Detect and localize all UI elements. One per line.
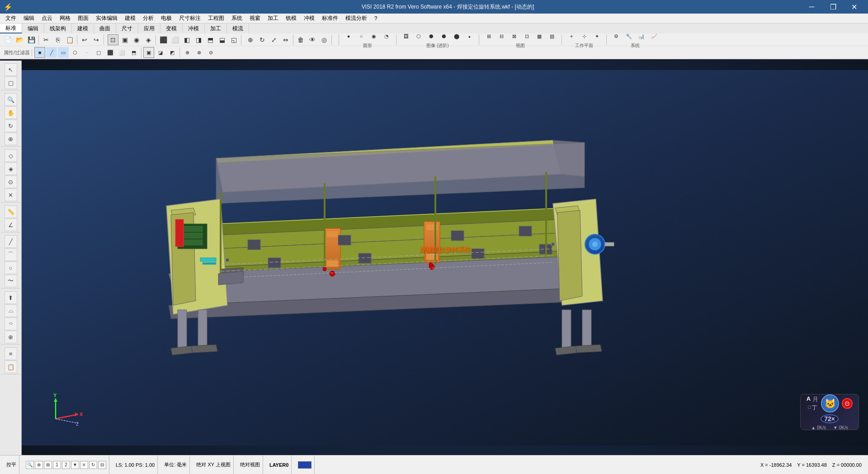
menu-electrode[interactable]: 电极 (157, 14, 175, 23)
menu-help[interactable]: ? (371, 14, 381, 23)
pan-btn[interactable]: ✋ (5, 106, 17, 119)
tab-machining[interactable]: 加工 (205, 24, 227, 33)
cube-top-btn[interactable]: ⬒ (205, 34, 216, 45)
render1-btn[interactable]: ▣ (143, 47, 154, 58)
prop-btn[interactable]: 📋 (5, 360, 17, 373)
tab-edit[interactable]: 编辑 (22, 24, 44, 33)
status-icon-search[interactable]: 🔍 (26, 461, 34, 469)
menu-standard[interactable]: 标准件 (318, 14, 342, 23)
wireframe-btn[interactable]: ⊡ (108, 34, 118, 45)
img-btn4[interactable]: ⬣ (439, 31, 449, 42)
snap-mid-btn[interactable]: ◈ (5, 162, 17, 175)
tab-stamping[interactable]: 冲模 (183, 24, 205, 33)
view-cube-t-btn[interactable]: ⬒ (128, 47, 139, 58)
menu-machining[interactable]: 加工 (264, 14, 282, 23)
boolean-btn[interactable]: ⊕ (5, 331, 17, 343)
menu-milling[interactable]: 铣模 (282, 14, 300, 23)
paste-button[interactable]: 📋 (64, 34, 75, 45)
status-icon-2[interactable]: 2 (62, 461, 70, 469)
menu-modeling[interactable]: 建模 (121, 14, 139, 23)
menu-edit[interactable]: 编辑 (20, 14, 38, 23)
menu-system[interactable]: 系统 (228, 14, 246, 23)
cube-back-btn[interactable]: ⬜ (170, 34, 180, 45)
cube-front-btn[interactable]: ⬛ (158, 34, 169, 45)
cube-right-btn[interactable]: ◨ (193, 34, 204, 45)
tab-dimension[interactable]: 尺寸 (116, 24, 138, 33)
status-icon-1[interactable]: 1 (53, 461, 61, 469)
measure-btn[interactable]: 📏 (5, 205, 17, 218)
snap3-btn[interactable]: ⊘ (205, 47, 216, 58)
menu-stamping[interactable]: 冲模 (300, 14, 318, 23)
view-btn6[interactable]: ▧ (547, 31, 557, 42)
snap-end-btn[interactable]: ◇ (5, 149, 17, 162)
status-icon-snap[interactable]: ⊕ (35, 461, 43, 469)
chamfer-btn[interactable]: ⌔ (5, 318, 17, 330)
wp-btn2[interactable]: ⊹ (579, 31, 590, 42)
arc-btn[interactable]: ⌒ (5, 248, 17, 261)
mirror-btn[interactable]: ⇔ (280, 34, 291, 45)
select-btn[interactable]: ↖ (5, 63, 17, 76)
shaded-wire-btn[interactable]: ◈ (143, 34, 154, 45)
snap2-btn[interactable]: ⊗ (193, 47, 204, 58)
menu-solid[interactable]: 实体编辑 (92, 14, 121, 23)
render3-btn[interactable]: ◩ (167, 47, 178, 58)
status-icon-filter[interactable]: ▼ (71, 461, 79, 469)
wp-btn3[interactable]: ✦ (591, 31, 602, 42)
shaded-btn[interactable]: ◉ (131, 34, 142, 45)
snap1-btn[interactable]: ⊕ (182, 47, 193, 58)
box-select-btn[interactable]: ▢ (5, 76, 17, 89)
sel-all-btn[interactable]: ■ (34, 47, 45, 58)
angle-btn[interactable]: ∠ (5, 218, 17, 231)
circle-btn[interactable]: ○ (5, 261, 17, 274)
tab-apply[interactable]: 应用 (138, 24, 160, 33)
menu-pointcloud[interactable]: 点云 (38, 14, 56, 23)
img-btn1[interactable]: 🖼 (401, 31, 411, 42)
layer-btn[interactable]: ≡ (5, 347, 17, 360)
circle-btn4[interactable]: ◔ (381, 31, 392, 42)
line-btn[interactable]: ╱ (5, 235, 17, 248)
tab-standard[interactable]: 标准 (0, 24, 22, 33)
cube-iso-btn[interactable]: ◱ (228, 34, 239, 45)
cube-bottom-btn[interactable]: ⬓ (217, 34, 227, 45)
hidden-btn[interactable]: ▣ (119, 34, 130, 45)
sys-btn1[interactable]: ⚙ (611, 31, 622, 42)
minimize-button[interactable]: ─ (802, 0, 822, 14)
circle-btn2[interactable]: ○ (356, 31, 367, 42)
sel-box-btn[interactable]: ▢ (93, 47, 104, 58)
maximize-button[interactable]: ❐ (823, 0, 843, 14)
img-btn6[interactable]: ⬥ (464, 31, 475, 42)
view-cube-s-btn[interactable]: ⬜ (117, 47, 127, 58)
tab-surface[interactable]: 曲面 (94, 24, 116, 33)
sys-btn2[interactable]: 🔧 (623, 31, 634, 42)
menu-drawing2[interactable]: 工程图 (204, 14, 228, 23)
zoom-window-btn[interactable]: ⊕ (5, 133, 17, 145)
status-icon-net[interactable]: ⊟ (98, 461, 106, 469)
show-btn[interactable]: ◎ (319, 34, 330, 45)
menu-dimension[interactable]: 尺寸标注 (175, 14, 204, 23)
viewport[interactable]: 焊接定位旋转系统 X Y Z A 月 □ (22, 61, 868, 455)
menu-flow[interactable]: 模流分析 (342, 14, 371, 23)
move-btn[interactable]: ⊕ (245, 34, 256, 45)
extrude-btn[interactable]: ⬆ (5, 291, 17, 304)
view-cube-f-btn[interactable]: ⬛ (105, 47, 116, 58)
fillet-btn[interactable]: ⌓ (5, 304, 17, 317)
img-btn3[interactable]: ⬢ (426, 31, 437, 42)
rotate-btn[interactable]: ↻ (257, 34, 268, 45)
sel-point-btn[interactable]: · (81, 47, 92, 58)
menu-file[interactable]: 文件 (2, 14, 20, 23)
new-button[interactable]: 📄 (2, 34, 13, 45)
snap-int-btn[interactable]: ✕ (5, 189, 17, 201)
delete-btn[interactable]: 🗑 (295, 34, 306, 45)
img-btn2[interactable]: ⬡ (413, 31, 424, 42)
tab-flow[interactable]: 模流 (227, 24, 249, 33)
tab-mold[interactable]: 变模 (160, 24, 183, 33)
open-button[interactable]: 📂 (14, 34, 25, 45)
snap-center-btn[interactable]: ⊙ (5, 175, 17, 188)
window-controls[interactable]: ─ ❐ ✕ (802, 0, 864, 14)
cut-button[interactable]: ✂ (41, 34, 52, 45)
sel-wire-btn[interactable]: ╱ (46, 47, 57, 58)
menu-view[interactable]: 视窗 (246, 14, 264, 23)
undo-button[interactable]: ↩ (79, 34, 90, 45)
save-button[interactable]: 💾 (26, 34, 37, 45)
view-btn3[interactable]: ⊠ (509, 31, 519, 42)
